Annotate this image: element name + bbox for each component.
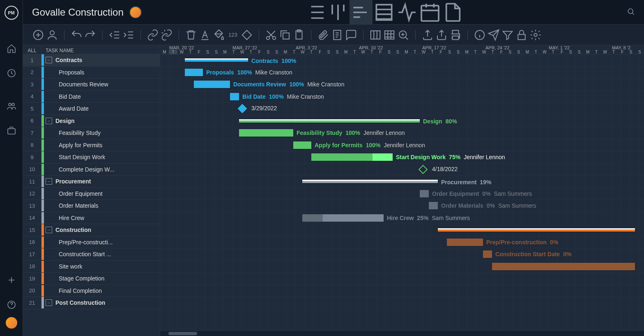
gantt-summary-bar[interactable]: Contracts100% — [185, 58, 248, 62]
delete-button[interactable] — [185, 29, 197, 41]
gantt-task-bar[interactable]: Bid Date100%Mike Cranston — [230, 93, 239, 100]
notes-button[interactable] — [331, 29, 343, 41]
comments-button[interactable] — [345, 29, 357, 41]
gantt-task-bar[interactable]: Order Materials0%Sam Summers — [429, 202, 438, 209]
task-number: 4 — [23, 93, 41, 100]
gantt-task-bar[interactable]: Prep/Pre-construction0% — [447, 239, 483, 246]
collapse-toggle[interactable]: − — [46, 57, 52, 63]
task-row[interactable]: 2 Proposals — [23, 67, 160, 79]
task-row[interactable]: 3 Documents Review — [23, 79, 160, 91]
gantt-task-bar[interactable]: Hire Crew25%Sam Summers — [302, 214, 384, 222]
task-row[interactable]: 5 Award Date — [23, 103, 160, 115]
task-row[interactable]: 9 Start Design Work — [23, 151, 160, 164]
gantt-task-bar[interactable]: Apply for Permits100%Jennifer Lennon — [293, 141, 311, 149]
share-button[interactable] — [435, 29, 448, 41]
task-row[interactable]: 19 Stage Completion — [23, 273, 160, 285]
link-button[interactable] — [147, 29, 159, 41]
undo-button[interactable] — [70, 29, 83, 41]
day-label: S — [627, 50, 635, 54]
task-row[interactable]: 10 Complete Design W... — [23, 164, 160, 176]
task-row[interactable]: 6 − Design — [23, 115, 160, 127]
gantt-horizontal-scrollbar[interactable] — [160, 331, 644, 336]
cut-button[interactable] — [265, 29, 277, 41]
task-row[interactable]: 17 Construction Start ... — [23, 248, 160, 261]
gantt-row: Feasibility Study100%Jennifer Lennon — [160, 127, 644, 139]
export-button[interactable] — [421, 29, 434, 41]
gantt-task-bar[interactable]: Start Design Work75%Jennifer Lennon — [311, 153, 393, 161]
task-row[interactable]: 21 − Post Construction — [23, 297, 160, 309]
copy-button[interactable] — [279, 29, 291, 41]
task-row[interactable]: 8 Apply for Permits — [23, 139, 160, 152]
collapse-toggle[interactable]: − — [46, 227, 52, 233]
send-button[interactable] — [488, 29, 500, 41]
user-avatar[interactable] — [6, 317, 17, 329]
column-all[interactable]: ALL — [23, 46, 41, 53]
view-workload[interactable] — [396, 0, 419, 25]
gantt-summary-bar[interactable]: Design80% — [239, 119, 420, 123]
view-gantt[interactable] — [350, 0, 373, 25]
task-row[interactable]: 4 Bid Date — [23, 91, 160, 103]
recent-icon[interactable] — [7, 68, 16, 78]
lock-button[interactable] — [515, 29, 528, 41]
task-row[interactable]: 7 Feasibility Study — [23, 127, 160, 139]
team-icon[interactable] — [7, 101, 16, 111]
gantt-milestone[interactable] — [238, 104, 247, 114]
task-row[interactable]: 14 Hire Crew — [23, 212, 160, 225]
gantt-task-bar[interactable]: Feasibility Study100%Jennifer Lennon — [239, 129, 293, 137]
work-icon[interactable] — [7, 126, 16, 136]
text-color-button[interactable] — [199, 29, 211, 41]
day-label: T — [531, 50, 540, 54]
help-icon[interactable] — [7, 300, 16, 310]
add-task-button[interactable] — [32, 29, 44, 41]
zoom-button[interactable] — [397, 29, 409, 41]
view-list[interactable] — [304, 0, 327, 25]
task-row[interactable]: 16 Prep/Pre-constructi... — [23, 236, 160, 249]
assign-button[interactable] — [46, 29, 58, 41]
collapse-toggle[interactable]: − — [46, 118, 52, 124]
day-label: F — [557, 50, 566, 54]
milestone-button[interactable] — [241, 29, 253, 41]
day-label: W — [419, 50, 428, 54]
gantt-task-bar[interactable] — [492, 263, 635, 270]
gantt-task-bar[interactable]: Construction Start Date0% — [483, 250, 492, 258]
task-row[interactable]: 15 − Construction — [23, 224, 160, 236]
outdent-button[interactable] — [108, 29, 121, 41]
project-avatar[interactable] — [129, 6, 142, 19]
info-button[interactable] — [474, 29, 486, 41]
filter-button[interactable] — [501, 29, 514, 41]
task-row[interactable]: 11 − Procurement — [23, 176, 160, 188]
attach-button[interactable] — [317, 29, 329, 41]
app-logo[interactable]: PM — [5, 6, 18, 20]
column-name[interactable]: TASK NAME — [41, 46, 74, 53]
search-icon[interactable] — [627, 7, 635, 17]
columns-button[interactable] — [369, 29, 382, 41]
view-calendar[interactable] — [419, 0, 442, 25]
view-sheet[interactable] — [373, 0, 396, 25]
gantt-task-bar[interactable]: Documents Review100%Mike Cranston — [194, 81, 230, 88]
fill-color-button[interactable] — [213, 29, 225, 41]
gantt-summary-bar[interactable] — [438, 228, 635, 232]
task-name: Award Date — [44, 105, 160, 112]
paste-button[interactable] — [293, 29, 305, 41]
unlink-button[interactable] — [161, 29, 173, 41]
grid-button[interactable] — [383, 29, 396, 41]
collapse-toggle[interactable]: − — [46, 299, 52, 306]
task-row[interactable]: 18 Site work — [23, 261, 160, 273]
gantt-summary-bar[interactable]: Procurement19% — [302, 180, 438, 183]
gantt-task-bar[interactable]: Proposals100%Mike Cranston — [185, 69, 203, 76]
view-board[interactable] — [327, 0, 350, 25]
settings-button[interactable] — [529, 29, 542, 41]
print-button[interactable] — [449, 29, 462, 41]
task-row[interactable]: 20 Final Completion — [23, 285, 160, 297]
collapse-toggle[interactable]: − — [46, 178, 52, 185]
task-row[interactable]: 1 − Contracts — [23, 54, 160, 67]
task-row[interactable]: 13 Order Materials — [23, 200, 160, 212]
indent-button[interactable] — [122, 29, 135, 41]
gantt-milestone[interactable] — [419, 165, 428, 174]
view-files[interactable] — [442, 0, 465, 25]
gantt-task-bar[interactable]: Order Equipment0%Sam Summers — [420, 190, 429, 197]
redo-button[interactable] — [84, 29, 97, 41]
task-row[interactable]: 12 Order Equipment — [23, 188, 160, 200]
add-icon[interactable] — [7, 275, 16, 285]
home-icon[interactable] — [7, 44, 16, 53]
